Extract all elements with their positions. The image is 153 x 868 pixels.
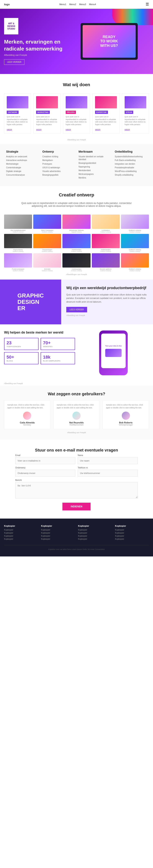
nav-menu-item[interactable]: Menu3 — [79, 3, 86, 5]
footer-col-item[interactable]: Kopkopier — [4, 538, 38, 540]
footer-bottom: Koptekst voor uw tekst here Lorem Ipsum … — [4, 545, 149, 550]
portfolio-image — [33, 215, 61, 229]
hero-badge: ART & DESIGN STUDIO — [4, 18, 18, 34]
portfolio-item[interactable]: VisitekaartjesGrafisch ontwerp — [62, 253, 90, 271]
stat-box: 18kBLIJE GEBRUIKERS — [40, 352, 75, 364]
portfolio-item[interactable]: Grafisch ontwerpGrafisch ontwerp — [121, 234, 149, 252]
wat-card-link[interactable]: MEER — [36, 129, 41, 131]
portfolio-item[interactable]: VisitekaartjesGrafisch ontwerp — [62, 234, 90, 252]
portfolio-sublabel: Grafisch ontwerp — [121, 231, 149, 233]
footer-col-item[interactable]: Kopkopier — [4, 535, 38, 537]
submit-button[interactable]: INDIENEN — [62, 503, 90, 510]
footer-col-item[interactable]: Kopkopier — [78, 532, 112, 534]
footer-col-item[interactable]: Kopkopier — [41, 529, 75, 531]
creatief-subtitle: Quis aute iure in reprehenderit in volup… — [4, 202, 149, 212]
portfolio-label: Postercampagne — [4, 268, 32, 270]
message-input[interactable] — [15, 482, 138, 498]
logo[interactable]: logo — [4, 3, 9, 6]
portfolio-item[interactable]: ToepassingenGrafisch ontwerp — [33, 234, 61, 252]
testimonial-role: Secretary — [7, 424, 47, 426]
footer-col-item[interactable]: Kopkopier — [115, 529, 149, 531]
portfolio-image — [62, 215, 90, 229]
portfolio-item[interactable]: Muziek sjabloonGrafisch ontwerp — [92, 253, 120, 271]
name-input[interactable] — [78, 457, 138, 464]
footer: KopkopierKopkopierKopkopierKopkopierKopk… — [0, 519, 153, 556]
stat-label: BLIJE GEBRUIKERS — [43, 360, 72, 362]
nav-menu-item[interactable]: Menu1 — [59, 3, 66, 5]
portfolio-image — [4, 253, 32, 268]
nav-menu-item[interactable]: Menu2 — [69, 3, 76, 5]
hero-colorbar — [112, 9, 153, 25]
worldwide-cta-button[interactable]: LEES VERDER — [66, 307, 87, 312]
avatar — [72, 411, 81, 420]
stat-label: WEBSITES — [43, 346, 72, 348]
footer-col-item[interactable]: Kopkopier — [4, 529, 38, 531]
hamburger-icon[interactable]: ☰ — [146, 2, 149, 6]
portfolio-image — [33, 253, 61, 268]
portfolio-label: Visitekaartjes — [92, 249, 120, 251]
footer-col-item[interactable]: Kopkopier — [41, 538, 75, 540]
testimonial-name: Catia Almeida — [7, 422, 47, 424]
contact-form: Email Name Onderwerp Telefoon nr. Berich… — [15, 454, 138, 510]
hero-laptop-text: READY TO WORK WITH US? — [100, 35, 118, 48]
wat-card-text: Quis aute iure in reprehenderit in volup… — [7, 116, 28, 126]
hero-cta-button[interactable]: LEES VERDER — [4, 59, 25, 65]
contact-section: Stuur ons een e-mail met eventuele vrage… — [0, 440, 153, 519]
wat-card-link[interactable]: MEER — [7, 129, 12, 131]
hero-section: ART & DESIGN STUDIO Merken, ervaringen e… — [0, 9, 153, 74]
portfolio-item[interactable]: Webdesign WebsiteDigitaal ontwerp — [62, 215, 90, 233]
portfolio-label: Lichtbalkon — [92, 229, 120, 231]
footer-col-item[interactable]: Kopkopier — [115, 532, 149, 534]
message-label: Bericht — [15, 479, 138, 481]
footer-col-item[interactable]: Kopkopier — [115, 538, 149, 540]
portfolio-sublabel: Grafisch ontwerp — [33, 270, 61, 271]
nav-menu-item[interactable]: Menu4 — [89, 3, 96, 5]
portfolio-item[interactable]: Een bedrijfsidentiteitGrafisch ontwerp — [4, 215, 32, 233]
testimonial-card: Sample text. Click to select the text bo… — [54, 400, 100, 429]
portfolio-item[interactable]: Grafisch ontwerpGrafisch ontwerp — [121, 253, 149, 271]
testimonial-card: Sample text. Click to select the text bo… — [4, 400, 51, 429]
subject-input[interactable] — [15, 470, 75, 476]
portfolio-image — [92, 234, 120, 248]
portfolio-image — [92, 253, 120, 268]
worldwide-attribution: Afbeelding van Freepik — [66, 314, 148, 316]
portfolio-image — [92, 215, 120, 229]
portfolio-image — [4, 215, 32, 229]
portfolio-item[interactable]: Grafisch ontwerpGrafisch ontwerp — [121, 215, 149, 233]
footer-col-item[interactable]: Kopkopier — [78, 535, 112, 537]
service-col-title: Ontwikkeling — [115, 150, 147, 153]
portfolio-label: Muziek sjabloon — [92, 268, 120, 270]
portfolio-sublabel: Grafisch ontwerp — [92, 231, 120, 233]
service-item: Full-Stack-ontwikkeling — [115, 159, 147, 162]
wat-card-image — [7, 96, 28, 108]
wat-card-link[interactable]: MEER — [95, 129, 100, 131]
footer-col-item[interactable]: Kopkopier — [115, 535, 149, 537]
service-item: Contentstrategie — [6, 166, 38, 169]
footer-col-item[interactable]: Kopkopier — [4, 532, 38, 534]
service-col-title: Strategie — [6, 150, 38, 153]
portfolio-item[interactable]: FlyerontwerpGrafisch ontwerp — [4, 234, 32, 252]
portfolio-item[interactable]: LichtbalkonGrafisch ontwerp — [92, 215, 120, 233]
wat-card-link[interactable]: MEER — [125, 129, 130, 131]
footer-col-item[interactable]: Kopkopier — [41, 535, 75, 537]
footer-col-item[interactable]: Kopkopier — [41, 532, 75, 534]
name-label: Name — [78, 454, 138, 457]
stats-phone-screen: Turn your idea to live — [101, 334, 126, 368]
phone-input[interactable] — [78, 470, 138, 476]
email-input[interactable] — [15, 457, 75, 464]
portfolio-item[interactable]: Merk CampagneGrafisch ontwerp — [33, 215, 61, 233]
footer-col-item[interactable]: Kopkopier — [78, 538, 112, 540]
portfolio-label: Visitekaartjes — [62, 249, 90, 251]
stat-number: 23 — [6, 340, 36, 346]
wat-card: STEUNQuis aute iure in reprehenderit in … — [122, 94, 149, 134]
portfolio-image — [33, 234, 61, 248]
footer-col-title: Kopkopier — [4, 525, 38, 527]
portfolio-item[interactable]: VisitekaartjesGrafisch ontwerp — [92, 234, 120, 252]
portfolio-item[interactable]: AnimatieGrafisch ontwerp — [33, 253, 61, 271]
service-item: Prestatieoptimalisatie — [115, 166, 147, 169]
wat-card-link[interactable]: MEER — [66, 129, 71, 131]
footer-col-item[interactable]: Kopkopier — [78, 529, 112, 531]
wat-card-label: PRIJZEN — [66, 111, 76, 114]
portfolio-item[interactable]: PostercampagneGrafisch ontwerp — [4, 253, 32, 271]
stats-section: Wij helpen de beste merken ter wereld 23… — [0, 324, 153, 381]
